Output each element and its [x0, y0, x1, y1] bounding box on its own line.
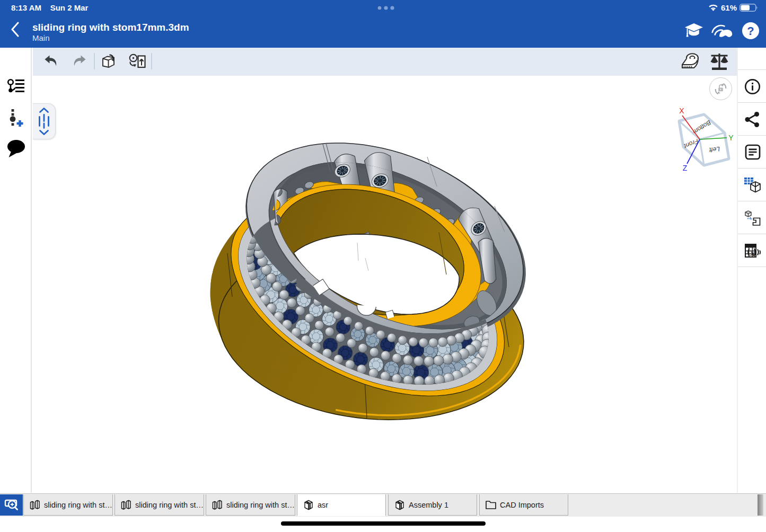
svg-text:?: ? [747, 24, 754, 38]
